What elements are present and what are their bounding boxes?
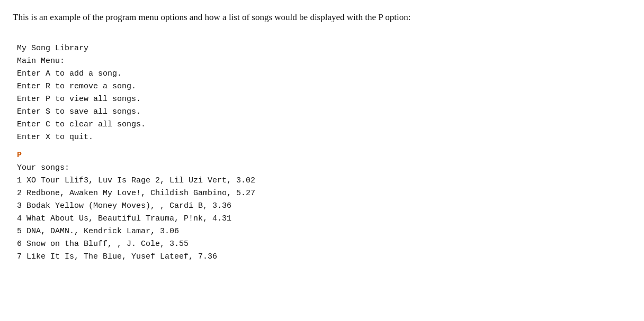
terminal-prompt: P [17,149,631,162]
terminal-line-header-0: My Song Library [17,42,631,55]
terminal-line-header-5: Enter S to save all songs. [17,106,631,118]
terminal-songs-header: Your songs: [17,162,631,175]
terminal-line-header-6: Enter C to clear all songs. [17,118,631,131]
terminal-song-2: 2 Redbone, Awaken My Love!, Childish Gam… [17,187,631,200]
terminal-song-6: 6 Snow on tha Bluff, , J. Cole, 3.55 [17,238,631,251]
terminal-song-4: 4 What About Us, Beautiful Trauma, P!nk,… [17,213,631,225]
terminal-line-header-7: Enter X to quit. [17,131,631,144]
terminal-block: My Song Library Main Menu: Enter A to ad… [13,37,631,263]
terminal-line-header-2: Enter A to add a song. [17,68,631,80]
terminal-song-7: 7 Like It Is, The Blue, Yusef Lateef, 7.… [17,251,631,263]
intro-paragraph: This is an example of the program menu o… [13,11,631,24]
terminal-line-header-1: Main Menu: [17,55,631,68]
terminal-line-header-3: Enter R to remove a song. [17,80,631,93]
terminal-song-3: 3 Bodak Yellow (Money Moves), , Cardi B,… [17,200,631,213]
terminal-song-1: 1 XO Tour Llif3, Luv Is Rage 2, Lil Uzi … [17,175,631,187]
terminal-line-header-4: Enter P to view all songs. [17,93,631,106]
terminal-song-5: 5 DNA, DAMN., Kendrick Lamar, 3.06 [17,225,631,238]
